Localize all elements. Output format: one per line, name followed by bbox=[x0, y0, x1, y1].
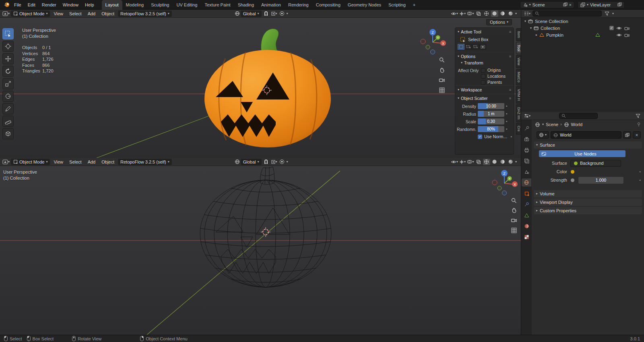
sidebar-tab-cre[interactable]: Cre bbox=[516, 123, 521, 135]
density-slider[interactable]: 10.00 bbox=[478, 103, 504, 109]
viewport-bottom-canvas[interactable]: User Perspective (1) Collection Z X Y bbox=[0, 166, 521, 335]
affect-locations-option[interactable]: Locations bbox=[481, 74, 506, 79]
use-normals-row[interactable]: ✓ Use Norm… • bbox=[455, 133, 514, 140]
sidebar-tab-tool[interactable]: Tool bbox=[516, 42, 521, 54]
zoom-view-button[interactable] bbox=[510, 197, 518, 204]
snap-toggle[interactable] bbox=[262, 159, 270, 165]
tool-measure[interactable] bbox=[2, 116, 14, 127]
proportional-falloff-select[interactable]: ▾ bbox=[287, 12, 288, 15]
sidebar-tab-item[interactable]: Item bbox=[516, 28, 521, 41]
pumpkin-wireframe[interactable] bbox=[200, 167, 331, 287]
chevron-down-icon[interactable]: ▾ bbox=[542, 123, 544, 126]
pin-icon[interactable] bbox=[637, 122, 641, 127]
menu-window[interactable]: Window bbox=[60, 2, 81, 8]
volume-section-header[interactable]: ▸ Volume bbox=[534, 190, 642, 197]
filter-icon[interactable] bbox=[603, 10, 611, 17]
wireframe-3d-scene[interactable] bbox=[0, 166, 521, 335]
options-button[interactable]: Options▾ bbox=[486, 19, 512, 25]
overlays-toggle[interactable]: ▾ bbox=[467, 10, 474, 17]
shading-wireframe-button[interactable] bbox=[483, 10, 490, 17]
tool-move[interactable] bbox=[2, 53, 14, 64]
toggle-orthographic-button[interactable] bbox=[438, 87, 446, 94]
hide-eye-icon[interactable] bbox=[616, 33, 622, 37]
select-mode-new[interactable] bbox=[458, 44, 464, 50]
proportional-editing-toggle[interactable] bbox=[279, 10, 286, 17]
blender-logo[interactable] bbox=[3, 2, 10, 8]
zoom-view-button[interactable] bbox=[438, 56, 446, 64]
tab-modifiers[interactable] bbox=[522, 200, 531, 208]
menu-object[interactable]: Object bbox=[99, 11, 117, 16]
select-mode-extend[interactable] bbox=[465, 44, 472, 50]
affect-origins-option[interactable]: Origins bbox=[481, 68, 506, 73]
panel-menu-icon[interactable]: ≡ bbox=[509, 54, 511, 58]
proportional-falloff-select[interactable]: ▾ bbox=[287, 160, 288, 164]
browse-world-button[interactable]: ▾ bbox=[537, 131, 549, 139]
outliner-row-scene-collection[interactable]: ▾ Scene Collection bbox=[521, 18, 644, 25]
color-socket-icon[interactable] bbox=[571, 170, 574, 174]
sidebar-tab-vrm[interactable]: VRM H bbox=[516, 86, 521, 104]
disclosure-icon[interactable]: ▾ bbox=[524, 20, 526, 23]
shading-wireframe-button[interactable] bbox=[483, 159, 490, 165]
exclude-checkbox[interactable]: ✓ bbox=[609, 26, 614, 30]
xray-toggle[interactable] bbox=[475, 10, 482, 17]
sidebar-tab-matco[interactable]: MatCo bbox=[516, 69, 521, 85]
new-scene-icon[interactable] bbox=[563, 2, 568, 7]
editor-type-button[interactable]: ▾ bbox=[2, 10, 10, 17]
world-name-field[interactable]: World bbox=[551, 131, 621, 139]
xray-toggle[interactable] bbox=[475, 159, 482, 165]
mode-select[interactable]: Object Mode ▾ bbox=[11, 159, 50, 165]
tool-cursor[interactable] bbox=[2, 41, 14, 52]
menu-select[interactable]: Select bbox=[67, 160, 84, 164]
workspace-tab-texture-paint[interactable]: Texture Paint bbox=[201, 0, 234, 10]
workspace-tab-shading[interactable]: Shading bbox=[234, 0, 258, 10]
object-types-visibility-button[interactable]: ▾ bbox=[451, 159, 458, 165]
tab-scene[interactable] bbox=[522, 168, 531, 176]
checkbox-checked[interactable]: ✓ bbox=[478, 135, 482, 139]
menu-view[interactable]: View bbox=[51, 160, 66, 164]
surface-section-header[interactable]: ▾ Surface bbox=[534, 141, 642, 149]
viewlayer-selector[interactable]: ▾ ViewLayer bbox=[578, 1, 625, 8]
snap-target-select[interactable]: ▾ bbox=[270, 159, 278, 165]
gizmos-toggle[interactable]: ▾ bbox=[459, 159, 466, 165]
outliner-row-pumpkin[interactable]: ▸ Pumpkin bbox=[521, 31, 644, 38]
transform-subsection-header[interactable]: ▾ Transform bbox=[455, 60, 514, 67]
strength-field[interactable]: 1.000 bbox=[578, 177, 623, 184]
pan-view-button[interactable] bbox=[438, 66, 446, 74]
custom-properties-section-header[interactable]: ▸ Custom Properties bbox=[534, 207, 642, 214]
workspace-tab-animation[interactable]: Animation bbox=[258, 0, 285, 10]
randomness-slider[interactable]: 80% bbox=[478, 126, 504, 132]
camera-view-button[interactable] bbox=[510, 217, 518, 224]
shading-rendered-button[interactable] bbox=[507, 159, 514, 165]
tool-select-box[interactable] bbox=[2, 28, 14, 39]
menu-help[interactable]: Help bbox=[82, 2, 97, 8]
new-viewlayer-icon[interactable] bbox=[617, 2, 622, 7]
pan-view-button[interactable] bbox=[510, 207, 518, 214]
disable-render-camera-icon[interactable] bbox=[624, 33, 630, 37]
editor-type-button[interactable]: ▾ bbox=[524, 10, 531, 17]
shading-solid-button[interactable] bbox=[491, 10, 498, 17]
scale-slider[interactable]: 0.30 bbox=[478, 118, 504, 124]
disclosure-icon[interactable]: ▸ bbox=[536, 33, 537, 37]
workspace-tab-modeling[interactable]: Modeling bbox=[122, 0, 148, 10]
outliner-row-collection[interactable]: ▾ Collection ✓ bbox=[521, 25, 644, 31]
sidebar-tab-daz[interactable]: DAZ Im bbox=[516, 104, 521, 122]
menu-file[interactable]: File bbox=[11, 2, 24, 8]
mode-select[interactable]: Object Mode ▾ bbox=[11, 10, 50, 17]
disclosure-icon[interactable]: ▾ bbox=[530, 27, 532, 30]
scene-selector[interactable]: ▾ Scene × bbox=[520, 1, 574, 8]
surface-shader-select[interactable]: Background bbox=[570, 160, 621, 167]
shading-material-button[interactable] bbox=[499, 10, 506, 17]
properties-search-input[interactable] bbox=[559, 113, 598, 119]
camera-view-button[interactable] bbox=[438, 77, 446, 84]
tab-render[interactable] bbox=[522, 135, 531, 143]
tab-world[interactable] bbox=[522, 178, 531, 187]
affect-parents-option[interactable]: Parents bbox=[481, 80, 506, 85]
unlink-world-button[interactable]: × bbox=[633, 131, 641, 139]
checkbox-unchecked[interactable] bbox=[481, 74, 485, 79]
menu-add[interactable]: Add bbox=[85, 11, 98, 16]
tab-material[interactable] bbox=[522, 222, 531, 230]
animate-dot-icon[interactable]: • bbox=[506, 104, 508, 108]
shading-rendered-button[interactable] bbox=[507, 10, 514, 17]
outliner-search-input[interactable] bbox=[533, 10, 602, 17]
workspace-tab-geometry-nodes[interactable]: Geometry Nodes bbox=[344, 0, 385, 10]
